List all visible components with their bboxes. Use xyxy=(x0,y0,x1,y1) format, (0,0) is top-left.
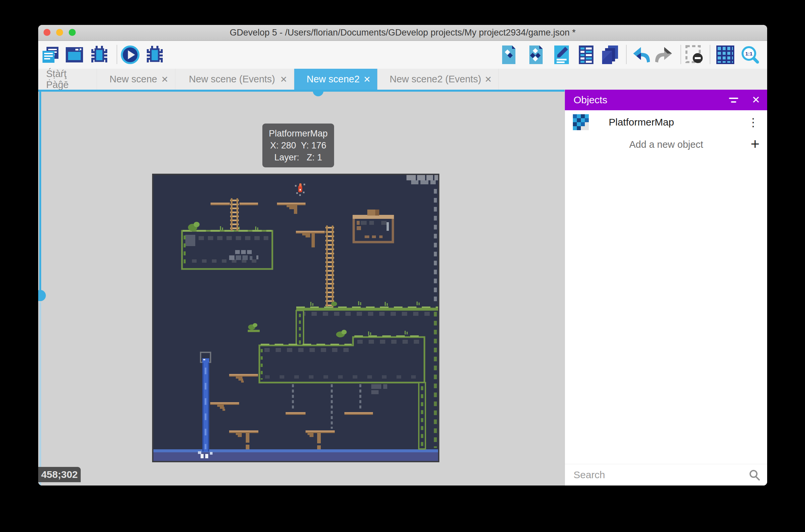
svg-text:1:1: 1:1 xyxy=(745,51,752,56)
close-tab-icon[interactable]: ✕ xyxy=(363,74,371,84)
window-title: GDevelop 5 - /Users/florian/Documents/GD… xyxy=(38,25,767,40)
objects-search-input[interactable] xyxy=(565,464,767,486)
undo-icon[interactable] xyxy=(631,45,650,65)
filter-icon[interactable] xyxy=(728,94,740,106)
toolbar-separator xyxy=(681,45,681,64)
objects-search-row xyxy=(565,464,767,486)
vertical-scrollbar[interactable] xyxy=(39,90,41,291)
vertical-scrollbar-track[interactable] xyxy=(39,302,41,486)
play-icon[interactable] xyxy=(120,45,140,65)
mask-icon[interactable] xyxy=(685,45,704,65)
objects-group-icon[interactable] xyxy=(526,45,545,65)
close-tab-icon[interactable]: ✕ xyxy=(161,74,168,84)
project-manager-icon[interactable] xyxy=(41,45,60,65)
objects-panel-header: Objects ✕ xyxy=(565,90,767,110)
toolbar: 1:1 xyxy=(38,41,767,69)
content-area: PlatformerMap X: 280 Y: 176 Layer: Z: 1 … xyxy=(38,90,767,486)
scene-window-icon[interactable] xyxy=(65,45,84,65)
search-icon xyxy=(748,469,761,483)
vertical-scrollbar-knob[interactable] xyxy=(38,290,46,301)
toolbar-separator xyxy=(626,45,627,64)
horizontal-scrollbar[interactable] xyxy=(38,90,564,92)
object-list-item[interactable]: PlatformerMap ⋮ xyxy=(565,110,767,134)
zoom-1-1-icon[interactable]: 1:1 xyxy=(740,45,760,65)
object-name: PlatformerMap xyxy=(609,110,674,134)
add-object-icon[interactable]: + xyxy=(750,134,760,155)
tab-new-scene2[interactable]: New scene2 ✕ xyxy=(294,69,378,90)
grid-icon[interactable] xyxy=(716,45,735,65)
horizontal-scrollbar-knob[interactable] xyxy=(313,90,324,96)
edit-scene-icon[interactable] xyxy=(552,45,571,65)
objects-panel-title: Objects xyxy=(574,90,608,110)
close-tab-icon[interactable]: ✕ xyxy=(484,74,492,84)
tab-new-scene-events[interactable]: New scene (Events) ✕ xyxy=(175,69,294,90)
properties-icon[interactable] xyxy=(576,45,596,65)
tab-bar: Śṭàŕţ Ṗàĝē New scene ✕ New scene (Events… xyxy=(38,69,767,90)
scene-editor-canvas[interactable]: PlatformerMap X: 280 Y: 176 Layer: Z: 1 … xyxy=(38,90,564,486)
redo-icon[interactable] xyxy=(655,45,674,65)
debug-icon[interactable] xyxy=(90,45,109,65)
close-panel-icon[interactable]: ✕ xyxy=(752,90,760,110)
object-thumbnail xyxy=(573,114,589,130)
tooltip-layer: Layer: Z: 1 xyxy=(262,151,334,164)
tab-new-scene[interactable]: New scene ✕ xyxy=(97,69,175,90)
close-tab-icon[interactable]: ✕ xyxy=(280,74,287,84)
instance-tooltip: PlatformerMap X: 280 Y: 176 Layer: Z: 1 xyxy=(262,124,334,167)
add-object-row[interactable]: Add a new object + xyxy=(565,134,767,155)
cursor-coordinates-badge: 458;302 xyxy=(38,467,81,482)
platformer-map-instance[interactable] xyxy=(152,174,439,462)
object-menu-icon[interactable]: ⋮ xyxy=(748,110,759,134)
objects-panel: Objects ✕ PlatformerMap ⋮ xyxy=(564,90,767,486)
debug-play-icon[interactable] xyxy=(145,45,165,65)
screen: GDevelop 5 - /Users/florian/Documents/GD… xyxy=(0,0,805,532)
tab-start-page[interactable]: Śṭàŕţ Ṗàĝē xyxy=(38,69,97,90)
tooltip-position: X: 280 Y: 176 xyxy=(262,139,334,151)
titlebar: GDevelop 5 - /Users/florian/Documents/GD… xyxy=(38,25,767,41)
object-icon[interactable] xyxy=(499,45,518,65)
layers-icon[interactable] xyxy=(600,45,620,65)
tooltip-object-name: PlatformerMap xyxy=(262,128,334,139)
add-object-label: Add a new object xyxy=(565,134,767,155)
gdevelop-window: GDevelop 5 - /Users/florian/Documents/GD… xyxy=(38,25,767,486)
toolbar-separator xyxy=(710,45,710,64)
tab-new-scene2-events[interactable]: New scene2 (Events) ✕ xyxy=(378,69,499,90)
toolbar-separator xyxy=(117,45,117,64)
